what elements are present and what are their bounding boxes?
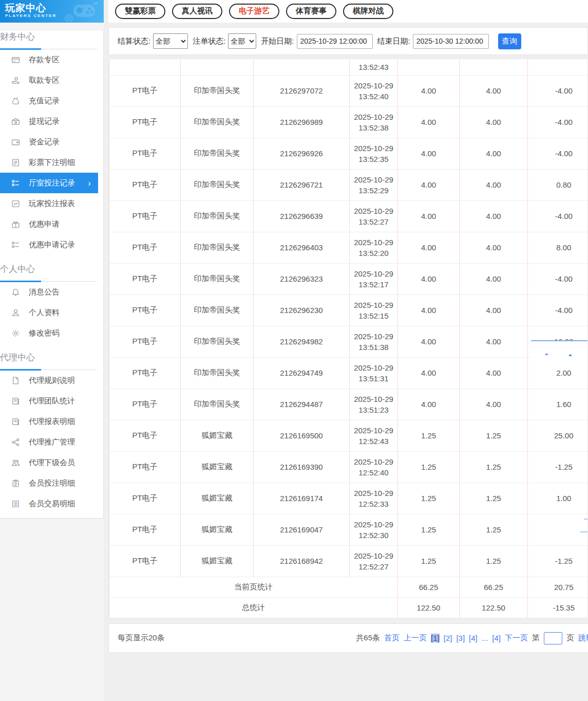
- bet-records-table: 13:52:43PT电子印加帝国头奖21262970722025-10-2913…: [109, 59, 588, 618]
- start-date-input[interactable]: [297, 34, 373, 49]
- win-loss-value: -1.25: [555, 463, 573, 471]
- sidebar-item-funds-records[interactable]: 资金记录: [0, 132, 103, 152]
- sidebar-item-hall-bet-records[interactable]: 厅室投注记录›: [0, 173, 98, 193]
- sidebar-item-withdraw-zone[interactable]: 取款专区: [0, 70, 103, 90]
- page-jump-input[interactable]: [544, 632, 562, 644]
- cell-game-type: PT电子: [109, 389, 181, 420]
- cell-bet-number: 2126169047: [254, 514, 350, 545]
- sidebar-item-change-password[interactable]: 修改密码: [0, 323, 103, 343]
- bet-time: 13:52:27: [350, 216, 397, 227]
- cell-bet-time: 2025-10-2913:52:15: [350, 294, 398, 326]
- end-date-label: 结束日期:: [377, 36, 410, 46]
- user-icon: [11, 308, 20, 317]
- sidebar-item-agent-report-details[interactable]: 代理报表明细: [0, 411, 103, 432]
- sidebar-item-deposit-zone[interactable]: 存款专区: [0, 49, 103, 70]
- sidebar-item-member-bet-details[interactable]: 会员投注明细: [0, 473, 103, 493]
- page-link[interactable]: 首页: [384, 633, 400, 643]
- cell-game-type: PT电子: [109, 420, 181, 451]
- sidebar-item-recharge-records[interactable]: 充值记录: [0, 90, 103, 111]
- sidebar-item-member-transactions[interactable]: 会员交易明细: [0, 493, 103, 514]
- cell-game-type: PT电子: [109, 514, 181, 545]
- bet-time: 13:52:38: [350, 122, 397, 133]
- cell-valid-amount: 1.25: [460, 420, 528, 451]
- table-row: PT电子印加帝国头奖21262944872025-10-2913:51:234.…: [109, 389, 588, 420]
- cell-bet-number: 2126296989: [254, 106, 350, 138]
- pagination-controls: 共65条 首页上一页[1][2][3][4]...[4]下一页第页跳转: [356, 632, 588, 644]
- bet-time: 12:52:30: [350, 530, 397, 541]
- bet-date: 2025-10-29: [350, 456, 397, 467]
- sidebar-item-promo-apply-records[interactable]: 优惠申请记录: [0, 234, 103, 255]
- page-link[interactable]: [2]: [444, 634, 452, 642]
- cell-win-loss: [528, 59, 588, 75]
- cell-game-name: 印加帝国头奖: [181, 263, 254, 294]
- page-link[interactable]: [4]: [492, 634, 501, 642]
- page-link-current[interactable]: [1]: [431, 634, 440, 642]
- game-category-tabs: 雙赢彩票真人视讯电子游艺体育赛事棋牌对战: [108, 0, 588, 23]
- per-page-label: 每页显示20条: [118, 633, 165, 643]
- order-status-label: 注单状态:: [193, 36, 225, 46]
- summary-win-amount: -15.35: [528, 597, 588, 618]
- bet-time: 13:51:23: [350, 404, 397, 415]
- logo-header: 玩家中心 PLAYERS CENTER: [0, 0, 104, 23]
- table-row: PT电子印加帝国头奖21262969262025-10-2913:52:354.…: [109, 138, 588, 169]
- sidebar-item-promo-apply[interactable]: 优惠申请: [0, 214, 103, 234]
- hand-coin-icon: [11, 76, 20, 85]
- cell-win-loss: -1.25: [528, 545, 588, 577]
- page-link[interactable]: [4]: [469, 634, 478, 642]
- sidebar-item-lottery-bet-details[interactable]: 彩票下注明细: [0, 152, 103, 173]
- sidebar-item-player-bet-report[interactable]: 玩家投注报表: [0, 193, 103, 214]
- cell-bet-time: 2025-10-2913:52:38: [350, 106, 398, 138]
- jump-button[interactable]: 跳转: [578, 633, 588, 643]
- sidebar-item-label: 玩家投注报表: [29, 199, 75, 209]
- bet-date: 2025-10-29: [350, 425, 397, 436]
- sidebar-item-agent-sub-members[interactable]: 代理下级会员: [0, 452, 103, 473]
- cell-bet-number: 2126296403: [254, 232, 350, 263]
- cell-bet-amount: 4.00: [398, 326, 460, 357]
- sidebar-item-label: 消息公告: [29, 287, 60, 297]
- tab-egames[interactable]: 电子游艺: [229, 4, 279, 19]
- sidebar-item-label: 会员投注明细: [29, 478, 75, 488]
- table-row: PT电子印加帝国头奖21262949822025-10-2913:51:384.…: [109, 326, 588, 357]
- tab-board[interactable]: 棋牌对战: [343, 4, 393, 19]
- settle-status-select[interactable]: 全部: [153, 33, 188, 49]
- tab-lottery[interactable]: 雙赢彩票: [115, 4, 165, 19]
- cell-bet-number: 2126169500: [254, 420, 350, 451]
- cell-bet-amount: [398, 59, 460, 75]
- win-loss-value: 0.80: [556, 180, 571, 189]
- page-link[interactable]: 上一页: [404, 633, 427, 643]
- tab-live[interactable]: 真人视讯: [172, 4, 222, 19]
- sidebar-item-label: 取款专区: [29, 76, 60, 85]
- cell-game-type: PT电子: [109, 357, 181, 389]
- sidebar-item-agent-rules[interactable]: 代理规则说明: [0, 370, 103, 391]
- end-date-input[interactable]: [413, 34, 489, 49]
- main-content: 雙赢彩票真人视讯电子游艺体育赛事棋牌对战 结算状态: 全部 注单状态: 全部 开…: [108, 0, 588, 701]
- sidebar-item-agent-promotion[interactable]: 代理推广管理: [0, 432, 103, 452]
- tab-sports[interactable]: 体育赛事: [286, 4, 336, 19]
- page-link[interactable]: ...: [482, 634, 488, 642]
- cell-bet-time: 2025-10-2913:51:31: [350, 357, 398, 389]
- sidebar-item-profile[interactable]: 个人资料: [0, 302, 103, 323]
- table-row: PT电子印加帝国头奖21262969892025-10-2913:52:384.…: [109, 106, 588, 138]
- report-icon: [11, 417, 20, 426]
- sidebar-item-agent-team-stats[interactable]: 代理团队统计: [0, 391, 103, 411]
- page-link[interactable]: [3]: [456, 634, 465, 642]
- cell-game-type: PT电子: [109, 545, 181, 577]
- sidebar-item-label: 会员交易明细: [29, 499, 75, 509]
- sidebar-item-messages[interactable]: 消息公告: [0, 282, 103, 302]
- order-status-select[interactable]: 全部: [228, 33, 256, 49]
- bet-time: 13:51:38: [350, 342, 397, 353]
- sidebar-item-withdrawal-records[interactable]: 提现记录: [0, 111, 103, 132]
- win-loss-value: 1.00: [556, 494, 571, 503]
- cell-win-loss: -4.00: [528, 138, 588, 169]
- page-link[interactable]: 下一页: [505, 633, 528, 643]
- cell-bet-time: 2025-10-2913:52:27: [350, 200, 398, 232]
- bet-time: 12:52:33: [350, 499, 397, 509]
- bet-date: 2025-10-29: [350, 331, 397, 342]
- summary-valid-amount: 122.50: [460, 597, 528, 618]
- sidebar-item-label: 提现记录: [29, 117, 60, 126]
- cell-bet-amount: 4.00: [398, 232, 460, 263]
- win-loss-value: -4.00: [555, 274, 573, 283]
- search-button[interactable]: 查询: [498, 33, 521, 49]
- sidebar-item-label: 存款专区: [29, 55, 60, 65]
- cell-win-loss: -4.00: [528, 294, 588, 326]
